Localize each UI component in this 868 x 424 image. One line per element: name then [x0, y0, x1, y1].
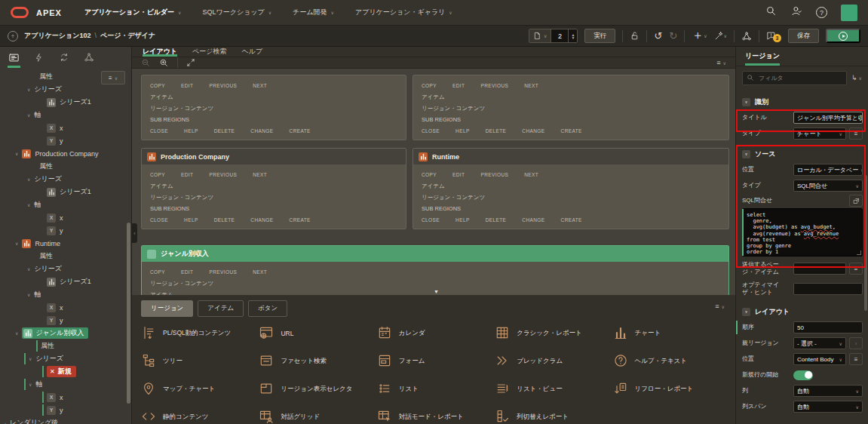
apex-logo-icon[interactable]	[11, 7, 29, 18]
tab-rendering-icon[interactable]	[2, 47, 26, 68]
region-action[interactable]: CHANGE	[250, 128, 273, 134]
gallery-item-list[interactable]: リスト	[377, 381, 490, 398]
layout-tab-2[interactable]: ヘルプ	[241, 47, 262, 57]
lock-icon[interactable]	[630, 31, 639, 41]
gallery-item-plsql[interactable]: PL/SQL動的コンテンツ	[141, 325, 254, 342]
gallery-tab-2[interactable]: ボタン	[248, 300, 287, 317]
breadcrumb-app[interactable]: アプリケーション102	[24, 32, 91, 39]
tree-item[interactable]: ∨軸	[0, 198, 126, 211]
region-slot[interactable]: SUB REGIONS	[150, 114, 397, 125]
gallery-item-tree[interactable]: ツリー	[141, 353, 254, 370]
tree-item[interactable]: ∨軸	[0, 109, 126, 121]
create-menu-button[interactable]: ＋∨	[692, 28, 707, 44]
section-source[interactable]: ∨ソース	[736, 146, 868, 162]
type-list-button[interactable]: ≡	[849, 128, 863, 140]
region-action[interactable]: DELETE	[486, 128, 507, 134]
gallery-item-gridcursor[interactable]: 対話モード・レポート	[377, 409, 490, 424]
start-new-row-toggle[interactable]	[793, 370, 813, 380]
tab-shared-components-icon[interactable]	[76, 47, 101, 68]
region-action[interactable]: PREVIOUS	[209, 172, 237, 177]
region-action[interactable]: COPY	[150, 269, 165, 275]
gallery-item-code[interactable]: 静的コンテンツ	[141, 409, 254, 424]
tree-item[interactable]: Yy	[0, 134, 126, 147]
tree-item[interactable]: シリーズ1	[0, 186, 126, 198]
region-action[interactable]: CHANGE	[522, 128, 544, 134]
sequence-input[interactable]: 50	[793, 321, 863, 333]
region-action[interactable]: CREATE	[561, 128, 582, 134]
region-action[interactable]: CREATE	[561, 217, 582, 223]
gallery-item-breadcrumb[interactable]: ブレッドクラム	[495, 353, 608, 370]
region-action[interactable]: HELP	[455, 128, 470, 134]
gallery-item-calendar[interactable]: カレンダ	[377, 325, 490, 342]
region-action[interactable]: COPY	[150, 172, 165, 177]
search-icon[interactable]	[765, 5, 777, 20]
region-slot[interactable]: リージョン・コンテンツ	[422, 192, 720, 203]
resize-grip-icon[interactable]	[857, 250, 861, 255]
colspan-select[interactable]: 自動∨	[793, 401, 863, 413]
title-input[interactable]: ジャンル別平均予算と収入	[793, 112, 863, 124]
run-page-button[interactable]: 実行	[584, 29, 615, 43]
region-action[interactable]: NEXT	[253, 269, 267, 275]
type-select[interactable]: チャート∨	[793, 128, 846, 140]
tree-item[interactable]: 属性	[0, 160, 126, 173]
region-slot[interactable]: リージョン・コンテンツ	[150, 192, 397, 203]
region-slot[interactable]: アイテム	[150, 180, 397, 192]
region-slot[interactable]: SUB REGIONS	[422, 114, 720, 125]
region-action[interactable]: NEXT	[524, 172, 538, 177]
region-action[interactable]: EDIT	[181, 269, 193, 275]
tree-item[interactable]: ∨Runtime	[0, 237, 126, 250]
help-icon[interactable]: ?	[816, 7, 827, 18]
region-slot[interactable]: リージョン・コンテンツ	[422, 103, 720, 114]
gallery-item-chart[interactable]: チャート	[613, 325, 726, 342]
region-slot[interactable]: SUB REGIONS	[150, 203, 397, 214]
tree-menu-button[interactable]: ≡ ∨	[101, 71, 125, 84]
tree-item[interactable]: ∨シリーズ	[0, 173, 126, 186]
menu-item-0[interactable]: アプリケーション・ビルダー∨	[84, 8, 182, 17]
menu-item-1[interactable]: SQLワークショップ∨	[202, 8, 271, 17]
gallery-item-report[interactable]: クラシック・レポート	[495, 325, 608, 342]
sql-code-editor[interactable]: select genre, avg(budget) as avg_budget,…	[742, 208, 863, 257]
gallery-item-form[interactable]: フォーム	[377, 353, 490, 370]
expand-icon[interactable]	[186, 58, 195, 67]
region-action[interactable]: NEXT	[253, 172, 267, 177]
region-slot[interactable]: アイテム	[150, 91, 397, 103]
gallery-item-url[interactable]: URL	[259, 325, 372, 342]
region-action[interactable]: HELP	[184, 217, 198, 223]
parent-region-go-button[interactable]: ›	[849, 337, 863, 349]
region-action[interactable]: COPY	[150, 83, 165, 88]
utilities-menu-button[interactable]: ∨	[714, 31, 727, 41]
region-slot[interactable]: リージョン・コンテンツ	[150, 278, 720, 289]
account-icon[interactable]	[790, 5, 802, 20]
gallery-menu-button[interactable]: ≡ ∨	[715, 303, 725, 310]
region-action[interactable]: COPY	[422, 172, 437, 177]
layout-region[interactable]: COPYEDITPREVIOUSNEXTアイテムリージョン・コンテンツSUB R…	[413, 75, 729, 140]
region-action[interactable]: CHANGE	[522, 217, 544, 223]
position-select[interactable]: Content Body∨	[793, 353, 846, 365]
tree-item[interactable]: ›レンダリング後	[0, 416, 126, 424]
tree-item[interactable]: ∨シリーズ	[0, 352, 126, 365]
page-finder-button[interactable]: ∨	[529, 29, 551, 42]
region-action[interactable]: PREVIOUS	[209, 269, 237, 275]
region-action[interactable]: CHANGE	[250, 217, 273, 223]
page-number-stepper[interactable]: ▲▼	[569, 29, 577, 42]
gallery-tab-1[interactable]: アイテム	[198, 300, 244, 317]
zoom-in-icon[interactable]	[159, 58, 169, 68]
source-type-select[interactable]: SQL問合せ∨	[793, 180, 863, 192]
section-layout[interactable]: ∨レイアウト	[736, 303, 868, 320]
region-action[interactable]: COPY	[422, 83, 437, 88]
gallery-item-map[interactable]: マップ・チャート	[141, 381, 254, 398]
position-list-button[interactable]: ≡	[849, 353, 863, 365]
layout-region[interactable]: COPYEDITPREVIOUSNEXTアイテムリージョン・コンテンツSUB R…	[141, 75, 406, 140]
up-level-icon[interactable]	[8, 31, 18, 41]
region-action[interactable]: CLOSE	[422, 128, 440, 134]
tree-item[interactable]: ✕新規	[0, 365, 126, 378]
tab-processing-icon[interactable]	[51, 47, 76, 68]
tree-item[interactable]: ∨軸	[0, 378, 126, 391]
canvas-splitter-grip[interactable]: ▼	[434, 290, 439, 294]
layout-menu-button[interactable]: ≡ ∨	[716, 59, 726, 66]
gallery-item-help[interactable]: ヘルプ・テキスト	[613, 353, 726, 370]
tree-item[interactable]: ∨Production Company	[0, 147, 126, 160]
page-number-input[interactable]: 2	[551, 29, 569, 42]
tree-item[interactable]: シリーズ1	[0, 275, 126, 288]
menu-item-2[interactable]: チーム開発∨	[293, 8, 334, 17]
